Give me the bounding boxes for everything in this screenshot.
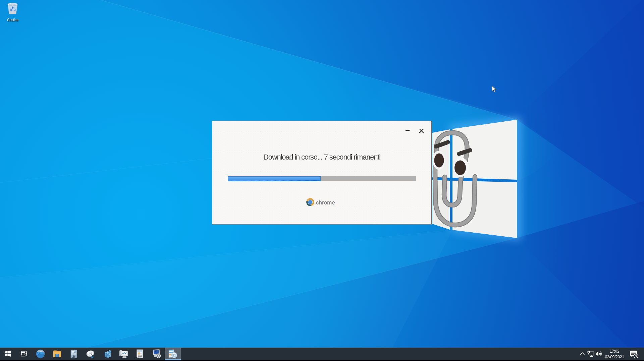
- svg-text:chrome: chrome: [316, 199, 335, 206]
- svg-text:A: A: [138, 352, 140, 355]
- svg-text:3: 3: [635, 355, 637, 358]
